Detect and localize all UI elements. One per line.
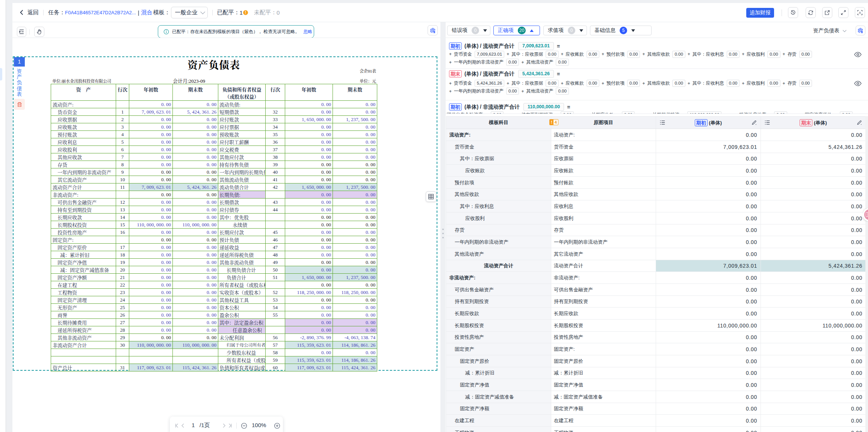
svg-text:A: A (859, 11, 861, 15)
